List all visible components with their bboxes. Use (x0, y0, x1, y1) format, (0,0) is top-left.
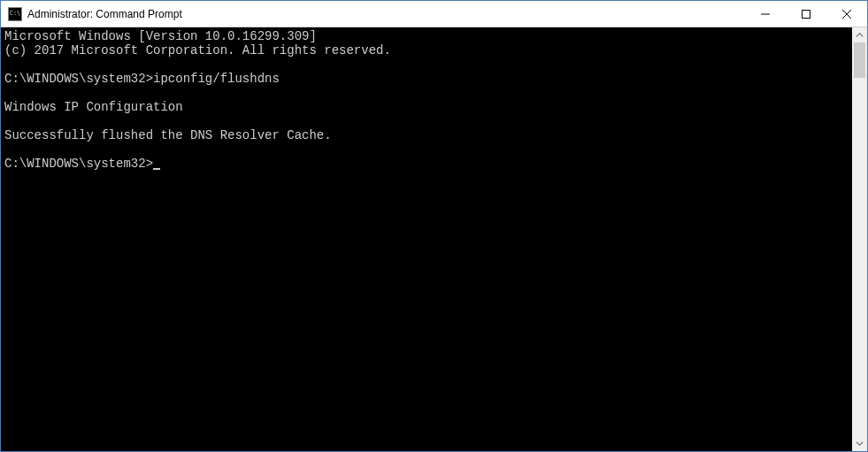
output-heading: Windows IP Configuration (4, 100, 183, 114)
command-prompt-window: C:\ Administrator: Command Prompt Micros… (0, 0, 868, 452)
version-line: Microsoft Windows [Version 10.0.16299.30… (4, 29, 317, 43)
text-cursor (153, 168, 160, 170)
chevron-down-icon (856, 440, 864, 448)
prompt-path: C:\WINDOWS\system32> (4, 72, 153, 86)
titlebar[interactable]: C:\ Administrator: Command Prompt (1, 1, 867, 27)
close-icon (842, 10, 851, 19)
entered-command: ipconfig/flushdns (153, 72, 280, 86)
minimize-button[interactable] (745, 1, 786, 27)
console-output[interactable]: Microsoft Windows [Version 10.0.16299.30… (1, 27, 852, 451)
prompt-path: C:\WINDOWS\system32> (4, 157, 153, 171)
close-button[interactable] (826, 1, 867, 27)
maximize-button[interactable] (786, 1, 826, 27)
svg-rect-1 (803, 10, 810, 18)
scroll-up-button[interactable] (852, 27, 867, 42)
maximize-icon (802, 10, 810, 19)
copyright-line: (c) 2017 Microsoft Corporation. All righ… (4, 43, 391, 57)
scroll-down-button[interactable] (852, 436, 867, 451)
chevron-up-icon (856, 31, 864, 39)
window-controls (745, 1, 867, 27)
client-area: Microsoft Windows [Version 10.0.16299.30… (1, 27, 867, 451)
scrollbar-track[interactable] (852, 42, 867, 436)
cmd-icon: C:\ (8, 7, 22, 21)
window-title: Administrator: Command Prompt (27, 8, 182, 20)
minimize-icon (761, 10, 770, 19)
output-result: Successfully flushed the DNS Resolver Ca… (4, 128, 332, 142)
vertical-scrollbar[interactable] (852, 27, 867, 451)
scrollbar-thumb[interactable] (854, 42, 865, 78)
